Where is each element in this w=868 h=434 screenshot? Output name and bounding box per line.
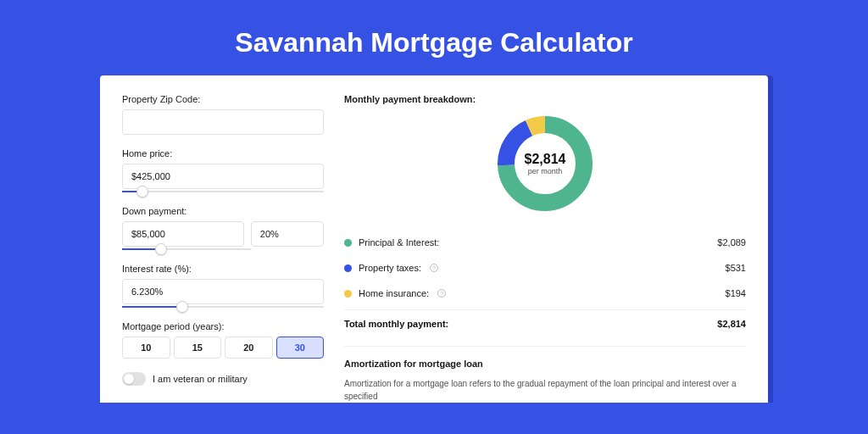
period-buttons: 10 15 20 30 [122,337,324,359]
period-btn-15[interactable]: 15 [174,337,222,359]
donut-chart-wrap: $2,814 per month [344,113,746,230]
legend-pi-label: Principal & Interest: [359,237,439,248]
page-title: Savannah Mortgage Calculator [0,0,868,75]
interest-rate-group: Interest rate (%): [122,264,324,308]
amort-body: Amortization for a mortgage loan refers … [344,377,746,403]
interest-label: Interest rate (%): [122,264,324,274]
zip-label: Property Zip Code: [122,94,324,104]
donut-sub: per month [528,167,563,175]
zip-field-group: Property Zip Code: [122,94,324,135]
period-btn-30[interactable]: 30 [276,337,325,359]
total-row: Total monthly payment: $2,814 [344,309,746,329]
info-icon[interactable]: ? [430,264,438,272]
veteran-toggle[interactable] [122,372,146,386]
calculator-card: Property Zip Code: Home price: Down paym… [100,75,768,403]
breakdown-heading: Monthly payment breakdown: [344,94,746,104]
home-price-label: Home price: [122,148,324,159]
legend-row-ins: Home insurance: ? $194 [344,281,746,306]
legend-ins-value: $194 [726,288,746,298]
info-icon[interactable]: ? [437,289,446,298]
down-payment-pct-input[interactable] [251,221,324,247]
donut-center: $2,814 per month [494,113,596,214]
legend-row-pi: Principal & Interest: $2,089 [344,230,746,255]
interest-slider[interactable] [122,306,324,308]
period-btn-10[interactable]: 10 [122,337,170,359]
legend-ins-label: Home insurance: [359,288,429,298]
slider-thumb[interactable] [155,243,167,255]
dot-pi-icon [344,239,352,247]
period-btn-20[interactable]: 20 [225,337,273,359]
down-payment-label: Down payment: [122,206,324,216]
legend-taxes-value: $531 [726,263,746,273]
zip-input[interactable] [122,109,324,135]
period-group: Mortgage period (years): 10 15 20 30 [122,321,324,359]
total-label: Total monthly payment: [344,319,448,329]
veteran-toggle-row: I am veteran or military [122,372,324,386]
home-price-group: Home price: [122,148,324,192]
donut-total: $2,814 [525,152,566,167]
interest-input[interactable] [122,279,324,304]
home-price-slider[interactable] [122,191,324,192]
home-price-input[interactable] [122,164,324,189]
slider-thumb[interactable] [176,301,188,313]
dot-taxes-icon [344,264,352,272]
dot-ins-icon [344,290,352,298]
legend-taxes-label: Property taxes: [359,263,421,273]
total-value: $2,814 [717,319,746,329]
legend-row-taxes: Property taxes: ? $531 [344,255,746,281]
amortization-section: Amortization for mortgage loan Amortizat… [344,346,746,403]
breakdown-panel: Monthly payment breakdown: $2,814 per mo… [344,94,746,403]
down-payment-group: Down payment: [122,206,324,250]
period-label: Mortgage period (years): [122,321,324,331]
slider-thumb[interactable] [136,186,148,198]
legend-pi-value: $2,089 [717,237,746,248]
donut-chart: $2,814 per month [494,113,596,214]
down-payment-slider[interactable] [122,248,251,250]
amort-heading: Amortization for mortgage loan [344,359,746,369]
down-payment-input[interactable] [122,221,244,247]
form-panel: Property Zip Code: Home price: Down paym… [122,94,324,403]
veteran-label: I am veteran or military [153,374,248,384]
